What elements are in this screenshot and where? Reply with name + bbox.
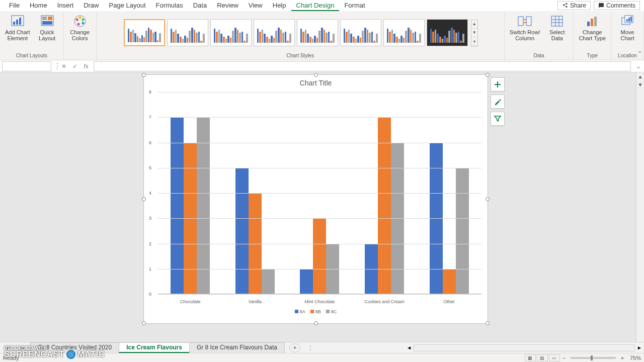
zoom-out-button[interactable]: − [560, 355, 568, 361]
scroll-up-icon[interactable]: ▲ [471, 20, 477, 29]
category-label: Vanilla [223, 299, 288, 304]
chart-style-thumb-6[interactable] [340, 19, 381, 46]
scroll-up-arrow-icon[interactable]: ▲ [636, 72, 644, 80]
resize-handle-e[interactable] [486, 197, 490, 201]
bar-8A-vanilla[interactable] [235, 168, 249, 294]
scroll-more-icon[interactable]: ▾ [471, 37, 477, 46]
menu-tab-help[interactable]: Help [268, 1, 291, 11]
bar-8B-mint-chocolate[interactable] [313, 218, 326, 294]
scroll-down-icon[interactable]: ▼ [471, 29, 477, 37]
chart-title[interactable]: Chart Title [144, 75, 488, 89]
menu-tab-draw[interactable]: Draw [78, 1, 104, 11]
resize-handle-sw[interactable] [142, 321, 146, 325]
menu-tab-data[interactable]: Data [188, 1, 212, 11]
gridline [158, 117, 481, 118]
menu-tab-file[interactable]: File [4, 1, 25, 11]
chart-object[interactable]: Chart Title 012345678 ChocolateVanillaMi… [143, 74, 488, 324]
collapse-ribbon-icon[interactable]: ⌃ [637, 50, 642, 57]
sheet-tab-ice-cream-flavours[interactable]: Ice Cream Flavours [119, 342, 190, 353]
name-box[interactable] [2, 61, 51, 71]
menu-tab-view[interactable]: View [244, 1, 268, 11]
formula-input[interactable] [94, 61, 631, 71]
plot-area[interactable]: 012345678 [158, 92, 481, 294]
y-tick-label: 5 [149, 165, 151, 170]
switch-row-column-label: Switch Row/ Column [510, 29, 540, 41]
chart-style-thumb-4[interactable] [254, 19, 295, 46]
svg-rect-14 [518, 17, 523, 26]
hscroll-left-icon[interactable]: ◄ [405, 345, 414, 350]
chart-style-thumb-5[interactable] [297, 19, 338, 46]
resize-handle-ne[interactable] [486, 73, 490, 77]
change-chart-type-button[interactable]: Change Chart Type [577, 13, 608, 42]
quick-layout-button[interactable]: Quick Layout [34, 13, 60, 42]
chart-style-thumb-1[interactable] [124, 19, 165, 46]
share-icon [562, 3, 568, 9]
bar-8C-chocolate[interactable] [197, 117, 210, 294]
zoom-slider[interactable] [571, 357, 616, 359]
resize-handle-se[interactable] [486, 321, 490, 325]
accept-formula-icon[interactable]: ✓ [69, 63, 80, 70]
chart-style-thumb-7[interactable] [383, 19, 425, 46]
bar-8A-mint-chocolate[interactable] [300, 269, 313, 294]
plus-icon [494, 80, 502, 88]
vertical-scrollbar[interactable]: ▲ ▼ [636, 72, 644, 342]
menu-tab-home[interactable]: Home [25, 1, 52, 11]
bar-8A-chocolate[interactable] [171, 117, 184, 294]
change-colors-button[interactable]: Change Colors [67, 13, 93, 42]
new-sheet-button[interactable]: + [289, 343, 300, 352]
menu-tab-format[interactable]: Format [339, 1, 370, 11]
select-data-button[interactable]: Select Data [544, 13, 570, 42]
add-chart-element-label: Add Chart Element [5, 29, 30, 41]
resize-handle-w[interactable] [142, 197, 146, 201]
tab-splitter[interactable]: ⋮ [300, 344, 320, 351]
horizontal-scrollbar[interactable]: ◄ ► [405, 344, 644, 351]
chart-elements-button[interactable] [491, 77, 505, 92]
worksheet-area[interactable]: ▲ ▼ Chart Title 012345678 ChocolateVanil… [0, 72, 644, 342]
cancel-formula-icon[interactable]: ✕ [58, 63, 69, 70]
fx-icon[interactable]: fx [80, 63, 92, 70]
sheet-tab-gr-8-ice-cream-flavours-data[interactable]: Gr 8 Ice Cream Flavours Data [189, 342, 285, 353]
menu-tab-formulas[interactable]: Formulas [151, 1, 188, 11]
view-page-break-button[interactable]: ▭ [549, 354, 560, 361]
legend-item-8C[interactable]: 8C [326, 309, 337, 314]
bar-8C-other[interactable] [456, 168, 469, 294]
chart-style-thumb-3[interactable] [210, 19, 252, 46]
change-chart-type-label: Change Chart Type [579, 29, 606, 41]
add-chart-element-button[interactable]: Add Chart Element [3, 13, 32, 42]
resize-handle-nw[interactable] [142, 73, 146, 77]
menu-tab-chart-design[interactable]: Chart Design [291, 1, 340, 11]
y-tick-label: 3 [149, 216, 151, 221]
chart-filters-button[interactable] [491, 112, 505, 126]
chart-style-thumb-2[interactable] [167, 19, 208, 46]
view-page-layout-button[interactable]: ▤ [537, 354, 548, 361]
menu-tab-insert[interactable]: Insert [52, 1, 79, 11]
chart-legend[interactable]: 8A8B8C [144, 309, 488, 314]
bar-8C-vanilla[interactable] [262, 269, 275, 294]
scroll-down-arrow-icon[interactable]: ▼ [636, 80, 644, 88]
watermark-line2: SCREENCAST MATIC [4, 350, 105, 359]
category-label: Other [417, 299, 481, 304]
chart-style-gallery[interactable] [123, 18, 469, 47]
comments-button[interactable]: Comments [594, 1, 640, 10]
bar-8B-cookies-and-cream[interactable] [378, 117, 391, 294]
view-normal-button[interactable]: ▦ [525, 354, 536, 361]
switch-row-column-button[interactable]: Switch Row/ Column [508, 13, 542, 42]
resize-handle-n[interactable] [314, 73, 318, 77]
bar-8B-other[interactable] [443, 269, 456, 294]
zoom-in-button[interactable]: + [619, 355, 626, 361]
legend-item-8A[interactable]: 8A [295, 309, 305, 314]
resize-handle-s[interactable] [314, 321, 318, 325]
hscroll-right-icon[interactable]: ► [635, 345, 644, 350]
gridline [158, 244, 481, 244]
svg-rect-21 [587, 22, 590, 26]
chart-styles-button[interactable] [491, 95, 505, 109]
chart-style-thumb-8[interactable] [427, 19, 468, 46]
menu-tab-page-layout[interactable]: Page Layout [104, 1, 151, 11]
style-gallery-scroll[interactable]: ▲ ▼ ▾ [471, 20, 478, 47]
legend-item-8B[interactable]: 8B [310, 309, 321, 314]
menu-tab-review[interactable]: Review [212, 1, 244, 11]
share-button[interactable]: Share [557, 1, 591, 10]
brush-icon [494, 98, 502, 106]
move-chart-button[interactable]: Move Chart [614, 13, 640, 42]
expand-formula-icon[interactable]: ⌄ [633, 63, 644, 70]
